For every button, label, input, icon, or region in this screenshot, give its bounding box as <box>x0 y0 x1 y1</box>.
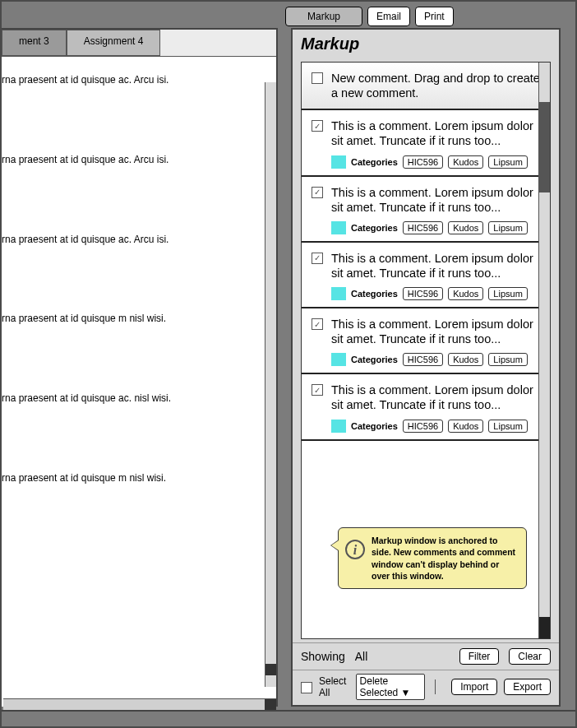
scroll-thumb[interactable] <box>265 664 276 675</box>
comment-text: This is a comment. Lorem ipsum dolor sit… <box>331 251 540 281</box>
comment-list-scrollbar[interactable] <box>538 63 550 638</box>
tag[interactable]: Lipsum <box>488 221 527 234</box>
comment-text: This is a comment. Lorem ipsum dolor sit… <box>331 383 540 412</box>
comment-text: This is a comment. Lorem ipsum dolor sit… <box>331 185 540 215</box>
category-swatch[interactable] <box>331 155 346 169</box>
categories-label: Categories <box>351 421 398 431</box>
separator <box>435 679 436 694</box>
markup-toggle-button[interactable]: Markup <box>285 7 362 26</box>
delete-selected-dropdown[interactable]: Delete Selected ▼ <box>356 674 425 700</box>
paragraph: rna praesent at id quisque ac. Arcu isi. <box>2 233 268 247</box>
tag[interactable]: HIC596 <box>403 221 443 234</box>
tooltip-text: Markup window is anchored to side. New c… <box>372 536 515 581</box>
tag[interactable]: Kudos <box>448 221 483 234</box>
paragraph: rna praesent at id quisque ac. Arcu isi. <box>2 73 268 87</box>
comment-text: This is a comment. Lorem ipsum dolor sit… <box>331 317 540 346</box>
tag[interactable]: Lipsum <box>488 420 527 433</box>
markup-panel-title: Markup <box>293 30 559 58</box>
scroll-cap[interactable] <box>539 617 550 638</box>
comment-checkbox[interactable] <box>312 384 323 396</box>
tab-assignment-3[interactable]: ment 3 <box>2 30 67 56</box>
comment-row[interactable]: This is a comment. Lorem ipsum dolor sit… <box>302 177 550 243</box>
new-comment-text: New comment. Drag and drop to create a n… <box>331 71 540 100</box>
comment-list: New comment. Drag and drop to create a n… <box>301 62 551 639</box>
tag[interactable]: Lipsum <box>488 287 527 300</box>
print-button[interactable]: Print <box>415 7 454 26</box>
footer-row: Select All Delete Selected ▼ Import Expo… <box>293 670 559 705</box>
tag[interactable]: HIC596 <box>403 155 443 169</box>
comment-checkbox[interactable] <box>312 253 323 264</box>
tab-assignment-4[interactable]: Assignment 4 <box>67 30 161 56</box>
paragraph: rna praesent at id quisque m nisl wisi. <box>2 312 268 326</box>
export-button[interactable]: Export <box>504 679 551 695</box>
scroll-cap[interactable] <box>265 699 276 711</box>
assignment-tabs: ment 3 Assignment 4 <box>2 30 276 56</box>
tag[interactable]: Kudos <box>448 353 483 366</box>
comment-checkbox[interactable] <box>312 318 323 330</box>
comment-text: This is a comment. Lorem ipsum dolor sit… <box>331 118 540 148</box>
categories-label: Categories <box>351 289 398 299</box>
info-icon: i <box>345 540 365 559</box>
document-scrollbar[interactable] <box>265 82 276 687</box>
tag[interactable]: HIC596 <box>403 287 443 300</box>
document-body: rna praesent at id quisque ac. Arcu isi.… <box>2 56 276 707</box>
top-toolbar: Markup Email Print <box>2 7 575 26</box>
comment-checkbox[interactable] <box>312 120 323 132</box>
comment-row[interactable]: This is a comment. Lorem ipsum dolor sit… <box>302 243 550 308</box>
categories-label: Categories <box>351 223 398 233</box>
new-comment-checkbox[interactable] <box>312 72 323 84</box>
paragraph: rna praesent at id quisque ac. nisl wisi… <box>2 392 268 406</box>
select-all-checkbox[interactable] <box>301 682 312 693</box>
category-swatch[interactable] <box>331 420 346 433</box>
tag[interactable]: Lipsum <box>488 155 527 169</box>
tooltip-tail <box>330 540 339 551</box>
comment-checkbox[interactable] <box>312 187 323 198</box>
email-button[interactable]: Email <box>367 7 410 26</box>
markup-panel: Markup New comment. Drag and drop to cre… <box>291 28 561 707</box>
category-swatch[interactable] <box>331 221 346 234</box>
category-swatch[interactable] <box>331 353 346 366</box>
categories-label: Categories <box>351 355 398 364</box>
tag[interactable]: HIC596 <box>403 353 443 366</box>
app-bottom-bar <box>2 710 575 726</box>
comment-row[interactable]: This is a comment. Lorem ipsum dolor sit… <box>302 110 550 176</box>
tag[interactable]: Kudos <box>448 155 483 169</box>
category-swatch[interactable] <box>331 287 346 300</box>
paragraph: rna praesent at id quisque ac. Arcu isi. <box>2 153 268 167</box>
showing-label: Showing <box>301 650 345 663</box>
import-button[interactable]: Import <box>451 679 497 695</box>
new-comment-row[interactable]: New comment. Drag and drop to create a n… <box>302 63 550 110</box>
tag[interactable]: Kudos <box>448 420 483 433</box>
document-area: ment 3 Assignment 4 rna praesent at id q… <box>2 28 278 707</box>
tag[interactable]: Lipsum <box>488 353 527 366</box>
filter-row: Showing All Filter Clear <box>293 642 559 670</box>
showing-value: All <box>355 650 368 663</box>
comment-row[interactable]: This is a comment. Lorem ipsum dolor sit… <box>302 308 550 374</box>
comment-row[interactable]: This is a comment. Lorem ipsum dolor sit… <box>302 374 550 440</box>
scroll-thumb[interactable] <box>539 102 550 192</box>
clear-button[interactable]: Clear <box>509 648 551 665</box>
document-h-scrollbar[interactable] <box>3 698 276 710</box>
tag[interactable]: Kudos <box>448 287 483 300</box>
categories-label: Categories <box>351 157 398 167</box>
tag[interactable]: HIC596 <box>403 420 443 433</box>
info-tooltip: i Markup window is anchored to side. New… <box>338 527 527 589</box>
filter-button[interactable]: Filter <box>459 648 500 665</box>
select-all-label: Select All <box>319 675 349 698</box>
paragraph: rna praesent at id quisque m nisl wisi. <box>2 471 268 485</box>
